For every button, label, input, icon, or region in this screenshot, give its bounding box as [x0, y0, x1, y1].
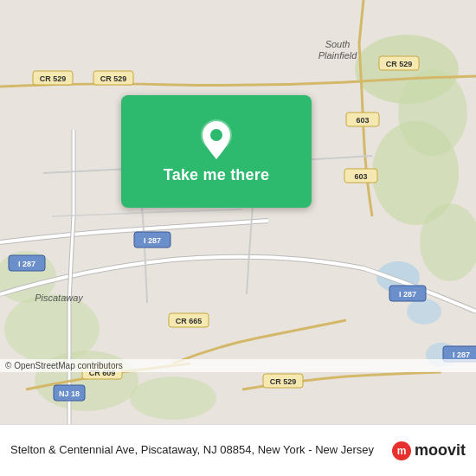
moovit-logo-text: moovit — [415, 441, 466, 460]
moovit-logo-icon: m — [392, 441, 411, 460]
svg-point-8 — [130, 376, 216, 420]
svg-text:I 287: I 287 — [18, 260, 35, 268]
svg-text:CR 529: CR 529 — [270, 377, 297, 386]
svg-text:South: South — [325, 39, 351, 49]
take-me-there-label: Take me there — [164, 166, 269, 184]
address-text: Stelton & Centennial Ave, Piscataway, NJ… — [10, 443, 385, 458]
svg-text:Plainfield: Plainfield — [318, 50, 358, 61]
map-container: CR 529 CR 529 CR 529 603 603 I 287 I 287… — [0, 0, 476, 424]
svg-text:NJ 18: NJ 18 — [59, 389, 80, 398]
svg-text:I 287: I 287 — [144, 236, 161, 245]
svg-text:I 287: I 287 — [453, 351, 470, 359]
svg-text:I 287: I 287 — [399, 290, 416, 299]
svg-text:CR 529: CR 529 — [386, 60, 413, 68]
svg-text:Piscataway: Piscataway — [35, 293, 84, 303]
svg-text:603: 603 — [356, 116, 369, 125]
svg-text:CR 665: CR 665 — [176, 317, 203, 325]
copyright-bar: © OpenStreetMap contributors — [0, 359, 476, 372]
svg-point-10 — [407, 299, 441, 325]
location-pin-icon — [199, 119, 234, 161]
take-me-there-button[interactable]: Take me there — [121, 95, 312, 208]
svg-text:603: 603 — [354, 172, 367, 181]
bottom-bar: Stelton & Centennial Ave, Piscataway, NJ… — [0, 424, 476, 476]
copyright-text: © OpenStreetMap contributors — [5, 361, 123, 370]
svg-text:CR 529: CR 529 — [40, 74, 67, 83]
svg-point-43 — [210, 129, 222, 141]
moovit-logo: m moovit — [392, 441, 466, 460]
svg-text:CR 529: CR 529 — [100, 74, 127, 83]
